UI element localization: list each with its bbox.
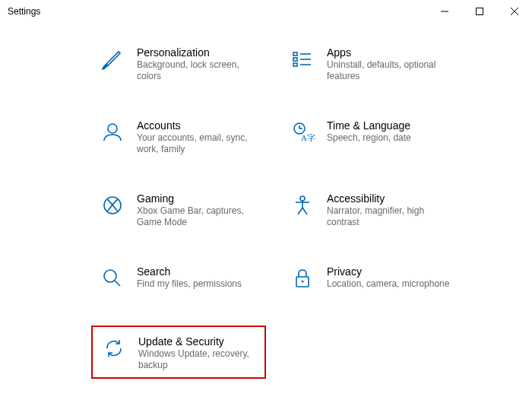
category-gaming[interactable]: Gaming Xbox Game Bar, captures, Game Mod… (91, 184, 266, 234)
svg-rect-6 (293, 63, 297, 66)
svg-line-22 (115, 281, 120, 286)
svg-point-24 (302, 281, 304, 283)
category-title: Privacy (327, 265, 449, 278)
category-accessibility[interactable]: Accessibility Narrator, magnifier, high … (281, 184, 456, 234)
category-title: Personalization (137, 46, 260, 59)
category-subtitle: Speech, region, date (327, 132, 411, 144)
time-language-icon: A字 (287, 117, 318, 148)
category-subtitle: Windows Update, recovery, backup (138, 348, 258, 371)
list-icon (287, 44, 318, 75)
close-button[interactable] (497, 0, 532, 23)
category-title: Update & Security (138, 335, 258, 348)
person-icon (97, 117, 128, 148)
category-update-security[interactable]: Update & Security Windows Update, recove… (91, 326, 266, 379)
category-title: Time & Language (327, 119, 411, 132)
maximize-icon (476, 8, 483, 15)
close-icon (511, 8, 518, 15)
category-subtitle: Uninstall, defaults, optional features (327, 59, 450, 82)
category-privacy[interactable]: Privacy Location, camera, microphone (281, 257, 456, 300)
svg-point-16 (300, 196, 305, 201)
svg-point-21 (104, 270, 116, 282)
category-personalization[interactable]: Personalization Background, lock screen,… (91, 38, 266, 88)
category-title: Search (137, 265, 242, 278)
category-subtitle: Xbox Game Bar, captures, Game Mode (137, 205, 260, 228)
category-accounts[interactable]: Accounts Your accounts, email, sync, wor… (91, 111, 266, 161)
category-title: Accounts (137, 119, 260, 132)
category-subtitle: Find my files, permissions (137, 278, 242, 290)
accessibility-icon (287, 190, 318, 221)
category-title: Accessibility (327, 192, 450, 205)
paintbrush-icon (97, 44, 128, 75)
minimize-button[interactable] (427, 0, 462, 23)
title-bar: Settings (0, 0, 532, 23)
settings-grid: Personalization Background, lock screen,… (91, 38, 509, 389)
category-subtitle: Location, camera, microphone (327, 278, 449, 290)
category-subtitle: Your accounts, email, sync, work, family (137, 132, 260, 155)
svg-text:A字: A字 (301, 133, 315, 142)
xbox-icon (97, 190, 128, 221)
search-icon (97, 263, 128, 294)
svg-line-20 (302, 208, 307, 214)
window-title: Settings (8, 6, 40, 17)
category-search[interactable]: Search Find my files, permissions (91, 257, 266, 300)
lock-icon (287, 263, 318, 294)
svg-rect-4 (293, 52, 297, 56)
svg-point-10 (108, 124, 117, 133)
svg-rect-5 (293, 58, 297, 61)
svg-rect-1 (477, 8, 483, 15)
category-subtitle: Narrator, magnifier, high contrast (327, 205, 450, 228)
maximize-button[interactable] (462, 0, 497, 23)
category-title: Apps (327, 46, 450, 59)
category-apps[interactable]: Apps Uninstall, defaults, optional featu… (281, 38, 456, 88)
category-subtitle: Background, lock screen, colors (137, 59, 260, 82)
minimize-icon (441, 8, 448, 15)
svg-line-19 (298, 208, 302, 214)
sync-icon (99, 333, 129, 364)
category-title: Gaming (137, 192, 260, 205)
category-time-language[interactable]: A字 Time & Language Speech, region, date (281, 111, 456, 154)
